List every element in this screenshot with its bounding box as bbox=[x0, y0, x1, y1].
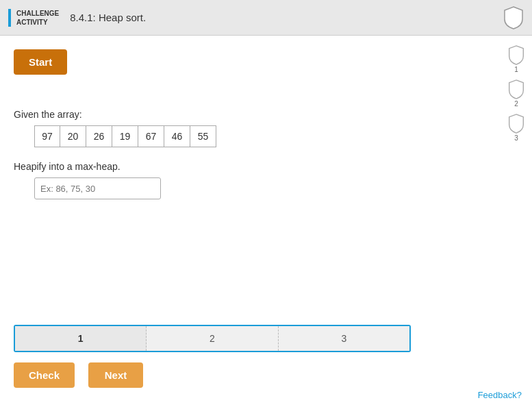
heapify-label: Heapify into a max-heap. bbox=[14, 161, 518, 172]
feedback-link[interactable]: Feedback? bbox=[478, 390, 522, 400]
answer-input[interactable] bbox=[34, 177, 161, 199]
main-content: Start Given the array: 97 20 26 19 67 46… bbox=[0, 36, 532, 407]
array-cell-3: 19 bbox=[112, 125, 138, 147]
array-cell-5: 46 bbox=[164, 125, 190, 147]
array-display: 97 20 26 19 67 46 55 bbox=[34, 125, 518, 147]
array-cell-2: 26 bbox=[86, 125, 112, 147]
given-label: Given the array: bbox=[14, 109, 518, 120]
header-title: 8.4.1: Heap sort. bbox=[70, 12, 503, 23]
bottom-buttons: Check Next bbox=[14, 362, 143, 388]
page-item-2[interactable]: 2 bbox=[147, 326, 278, 351]
check-button[interactable]: Check bbox=[14, 362, 75, 388]
start-button[interactable]: Start bbox=[14, 49, 67, 75]
page-item-1[interactable]: 1 bbox=[15, 326, 147, 351]
array-cell-1: 20 bbox=[60, 125, 86, 147]
array-cell-4: 67 bbox=[138, 125, 164, 147]
header: CHALLENGE ACTIVITY 8.4.1: Heap sort. bbox=[0, 0, 532, 36]
page-item-3[interactable]: 3 bbox=[279, 326, 409, 351]
pagination-bar: 1 2 3 bbox=[14, 325, 411, 352]
header-shield-icon bbox=[503, 5, 524, 30]
array-cell-0: 97 bbox=[34, 125, 60, 147]
challenge-activity-label: CHALLENGE ACTIVITY bbox=[8, 9, 59, 27]
next-button[interactable]: Next bbox=[88, 362, 143, 388]
array-cell-6: 55 bbox=[190, 125, 216, 147]
